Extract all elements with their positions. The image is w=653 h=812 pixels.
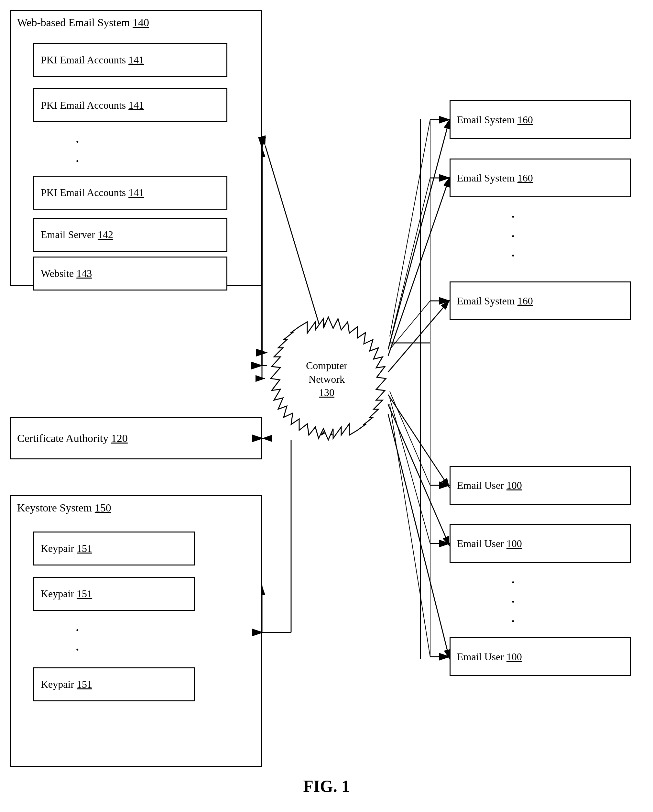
web-based-system-label: Web-based Email System bbox=[17, 17, 130, 29]
keypair-box-3: Keypair 151 bbox=[33, 667, 195, 701]
svg-line-12 bbox=[388, 300, 450, 372]
pki-accounts-box-1: PKI Email Accounts 141 bbox=[33, 43, 227, 77]
email-system-box-2: Email System 160 bbox=[450, 159, 631, 197]
svg-line-37 bbox=[390, 120, 430, 336]
email-server-box: Email Server 142 bbox=[33, 218, 227, 252]
svg-line-39 bbox=[390, 301, 430, 350]
figure-title: FIG. 1 bbox=[303, 777, 349, 795]
svg-line-13 bbox=[388, 395, 450, 488]
svg-line-40 bbox=[390, 391, 430, 485]
email-system-box-3: Email System 160 bbox=[450, 281, 631, 320]
figure-caption: FIG. 1 bbox=[303, 777, 349, 796]
keystore-system-box: Keystore System 150 Keypair 151 Keypair … bbox=[10, 495, 262, 767]
svg-line-42 bbox=[390, 404, 430, 657]
svg-line-36 bbox=[390, 120, 430, 343]
email-user-box-1: Email User 100 bbox=[450, 466, 631, 505]
email-user-box-2: Email User 100 bbox=[450, 524, 631, 563]
svg-line-11 bbox=[388, 177, 450, 356]
pki-accounts-box-3: PKI Email Accounts 141 bbox=[33, 176, 227, 210]
web-based-system-number: 140 bbox=[133, 17, 149, 29]
dots-3: ··· bbox=[511, 207, 515, 265]
web-based-email-system-box: Web-based Email System 140 PKI Email Acc… bbox=[10, 10, 262, 286]
website-box: Website 143 bbox=[33, 256, 227, 290]
svg-line-14 bbox=[388, 404, 450, 546]
network-label: ComputerNetwork130 bbox=[285, 359, 369, 400]
keystore-system-title: Keystore System 150 bbox=[17, 502, 111, 514]
svg-line-38 bbox=[390, 178, 430, 343]
svg-line-10 bbox=[388, 119, 450, 350]
keypair-box-2: Keypair 151 bbox=[33, 577, 195, 611]
email-user-box-3: Email User 100 bbox=[450, 637, 631, 676]
email-system-box-1: Email System 160 bbox=[450, 100, 631, 139]
svg-line-41 bbox=[390, 398, 430, 543]
keypair-box-1: Keypair 151 bbox=[33, 531, 195, 565]
certificate-authority-box: Certificate Authority 120 bbox=[10, 417, 262, 459]
web-based-email-system-title: Web-based Email System 140 bbox=[17, 17, 149, 29]
dots-4: ··· bbox=[511, 572, 515, 631]
diagram: Web-based Email System 140 PKI Email Acc… bbox=[0, 0, 653, 812]
svg-line-15 bbox=[388, 414, 450, 659]
pki-accounts-box-2: PKI Email Accounts 141 bbox=[33, 88, 227, 122]
